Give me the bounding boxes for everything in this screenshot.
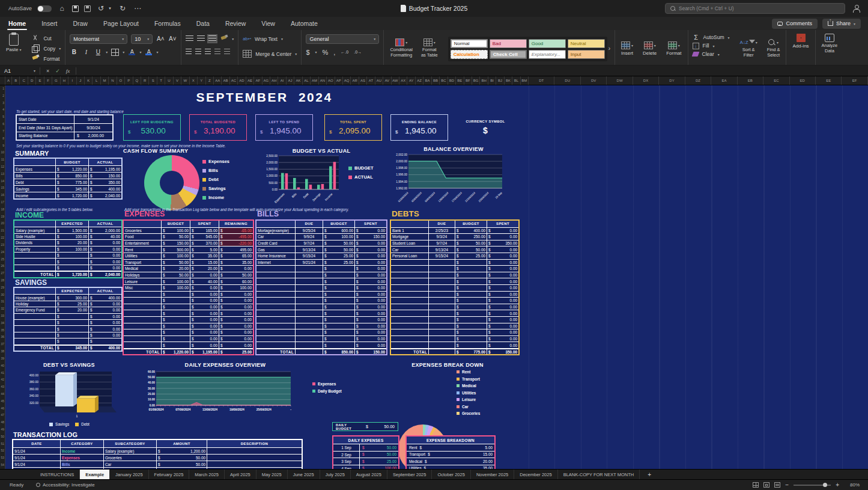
- column-header[interactable]: BC: [440, 76, 448, 85]
- column-header[interactable]: AB: [222, 76, 229, 85]
- cell[interactable]: $0.00: [88, 247, 121, 252]
- cell[interactable]: [295, 323, 323, 329]
- sheet-tab-february-2025[interactable]: February 2025: [149, 470, 190, 479]
- column-header[interactable]: AJ: [287, 76, 294, 85]
- setup-table[interactable]: Start Date9/1/24End Date (Max 31 Days Ap…: [16, 114, 114, 141]
- cell[interactable]: $2,040.00: [88, 272, 121, 277]
- row-header[interactable]: 13: [0, 171, 5, 178]
- cell[interactable]: $0.00: [219, 329, 253, 335]
- cell[interactable]: TOTAL: [14, 272, 55, 277]
- column-header[interactable]: AH: [270, 76, 278, 85]
- sheet-grid[interactable]: SEPTEMBER 2024 To get started, set your …: [0, 85, 868, 469]
- sheet-tab-instructions[interactable]: INSTRUCTIONS: [35, 470, 80, 479]
- cell[interactable]: $: [55, 320, 88, 325]
- column-header[interactable]: O: [117, 76, 125, 85]
- tab-page-layout[interactable]: Page Layout: [103, 18, 139, 29]
- column-header[interactable]: AQ: [343, 76, 351, 85]
- cell[interactable]: EXPECTED: [55, 221, 88, 227]
- column-header-cell[interactable]: AMOUNT: [156, 440, 207, 447]
- row-header[interactable]: 20: [0, 220, 5, 227]
- cell[interactable]: BUDGET: [55, 159, 88, 165]
- cell[interactable]: $165.00: [190, 228, 219, 234]
- cell[interactable]: $0.00: [487, 304, 518, 310]
- workbook-title[interactable]: Budget Tracker 2025: [409, 5, 467, 12]
- cell[interactable]: [256, 317, 295, 323]
- cell[interactable]: $65.00: [219, 253, 253, 259]
- row-header[interactable]: 7: [0, 128, 5, 135]
- cell[interactable]: $: [455, 336, 487, 342]
- kpi-card[interactable]: CURRENCY SYMBOL$: [457, 114, 514, 141]
- cell[interactable]: $850.00: [55, 173, 88, 179]
- cell[interactable]: $1,200.00: [156, 448, 207, 454]
- cell[interactable]: $: [161, 317, 190, 323]
- column-header[interactable]: EC: [763, 76, 789, 85]
- cell[interactable]: $0.00: [219, 317, 253, 323]
- align-left-button[interactable]: [186, 49, 192, 55]
- cell[interactable]: 9/21/24: [295, 260, 323, 266]
- tab-formulas[interactable]: Formulas: [154, 18, 181, 29]
- cell[interactable]: $: [323, 336, 354, 342]
- cell[interactable]: $40.00: [88, 234, 121, 239]
- row-header[interactable]: 16: [0, 192, 5, 199]
- cell-style-good[interactable]: Good: [529, 39, 566, 48]
- cell[interactable]: Salary (example): [103, 448, 156, 454]
- column-header[interactable]: L: [93, 76, 100, 85]
- column-header[interactable]: DT: [529, 76, 554, 85]
- cell[interactable]: $: [323, 272, 354, 278]
- row-header[interactable]: 37: [0, 341, 5, 348]
- cell[interactable]: Food: [124, 234, 161, 240]
- cell[interactable]: 9/15/24: [295, 253, 323, 259]
- cell[interactable]: $400.00: [88, 346, 121, 351]
- cell[interactable]: 9/25/24: [295, 228, 323, 234]
- cell[interactable]: $0.00: [354, 292, 386, 298]
- cell[interactable]: $0.00: [354, 317, 386, 323]
- cell[interactable]: [428, 329, 455, 335]
- row-header[interactable]: 24: [0, 249, 5, 256]
- cell[interactable]: $0.00: [219, 292, 253, 298]
- cell[interactable]: $: [88, 338, 121, 344]
- row-header[interactable]: 47: [0, 412, 5, 419]
- sheet-tab-october-2025[interactable]: October 2025: [432, 470, 470, 479]
- cell[interactable]: $0.00: [219, 266, 253, 272]
- cell[interactable]: $0.00: [487, 228, 518, 234]
- row-header[interactable]: 2: [0, 93, 5, 100]
- column-header[interactable]: AS: [359, 76, 367, 85]
- column-header[interactable]: EF: [842, 76, 867, 85]
- column-header[interactable]: BH: [480, 76, 488, 85]
- sheet-tab-january-2025[interactable]: January 2025: [110, 470, 148, 479]
- cell[interactable]: Bills: [60, 461, 103, 467]
- cell[interactable]: $100.00: [161, 253, 190, 259]
- cell[interactable]: $0.00: [487, 266, 518, 272]
- column-header[interactable]: F: [44, 76, 52, 85]
- row-header[interactable]: 17: [0, 199, 5, 206]
- column-header[interactable]: N: [109, 76, 117, 85]
- cell[interactable]: $35.00: [219, 260, 253, 266]
- row-header[interactable]: 51: [0, 441, 5, 448]
- cell[interactable]: $0.00: [190, 285, 219, 291]
- find-select-button[interactable]: ▾ Find &Select: [765, 38, 782, 58]
- cell[interactable]: [295, 272, 323, 278]
- cell[interactable]: $35.00: [190, 253, 219, 259]
- cell[interactable]: $: [161, 304, 190, 310]
- cell[interactable]: Bills: [14, 173, 55, 179]
- search-input[interactable]: Search (Cmd + Ctrl + U): [665, 3, 845, 14]
- cell[interactable]: $0.00: [354, 266, 386, 272]
- cell[interactable]: $0.00: [219, 342, 253, 348]
- cell[interactable]: $0.00: [190, 310, 219, 316]
- shrink-font-button[interactable]: A˅: [168, 35, 177, 42]
- column-header-cell[interactable]: SUBCATEGORY: [103, 440, 156, 447]
- cell[interactable]: $0.00: [354, 240, 386, 247]
- cell[interactable]: $50.00: [455, 247, 487, 253]
- cell[interactable]: $20.00: [190, 266, 219, 272]
- cell[interactable]: $0.00: [88, 332, 121, 338]
- column-header[interactable]: BD: [448, 76, 456, 85]
- sheet-tab-example[interactable]: Example: [80, 470, 110, 479]
- cell[interactable]: $345.00: [55, 346, 88, 351]
- cell[interactable]: $0.00: [354, 285, 386, 291]
- cell[interactable]: $0.00: [88, 320, 121, 325]
- cell[interactable]: $0.00: [354, 278, 386, 284]
- format-painter-button[interactable]: Format: [31, 54, 61, 64]
- column-header[interactable]: AU: [375, 76, 383, 85]
- more-commands-icon[interactable]: ⋯: [133, 4, 142, 13]
- row-header[interactable]: 12: [0, 164, 5, 171]
